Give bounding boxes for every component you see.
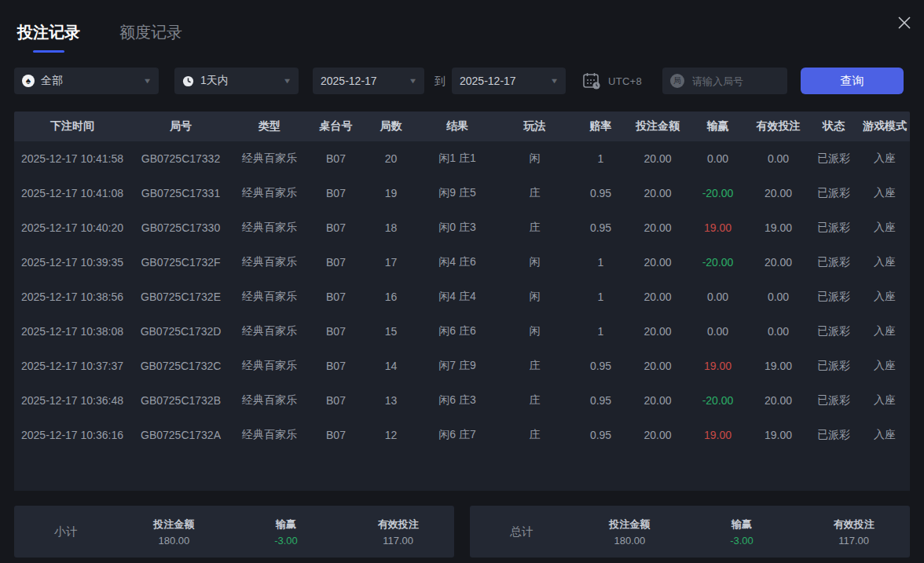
cell-odds: 0.95 xyxy=(573,187,629,199)
cell-amount: 20.00 xyxy=(629,394,687,407)
time-range-value: 1天内 xyxy=(200,74,229,88)
column-header-8: 投注金额 xyxy=(629,119,687,133)
summary-item: 有效投注117.00 xyxy=(342,517,454,547)
cell-odds: 0.95 xyxy=(573,360,629,372)
cell-valid: 19.00 xyxy=(749,429,808,441)
round-number-field[interactable]: 局 xyxy=(662,68,787,94)
cell-odds: 1 xyxy=(573,291,629,303)
table-row[interactable]: 2025-12-17 10:37:37GB0725C1732C经典百家乐B071… xyxy=(14,349,910,383)
cell-odds: 1 xyxy=(573,325,629,338)
close-icon[interactable] xyxy=(893,11,916,35)
cell-result: 闲9 庄5 xyxy=(418,186,497,200)
cell-table_no: B07 xyxy=(308,221,364,234)
column-header-10: 有效投注 xyxy=(749,119,808,133)
date-to-value: 2025-12-17 xyxy=(460,75,516,87)
date-from-select[interactable]: 2025-12-17 ▼ xyxy=(313,68,424,94)
cell-result: 闲6 庄7 xyxy=(418,428,497,442)
cell-table_no: B07 xyxy=(308,429,364,441)
cell-mode: 入座 xyxy=(860,255,910,269)
tab-betting-records[interactable]: 投注记录 xyxy=(17,22,80,53)
cell-valid: 20.00 xyxy=(749,256,808,269)
cell-winloss: 0.00 xyxy=(687,325,749,338)
cell-round: GB0725C1732F xyxy=(130,256,231,269)
table-row[interactable]: 2025-12-17 10:38:08GB0725C1732D经典百家乐B071… xyxy=(14,314,910,349)
cell-mode: 入座 xyxy=(860,152,910,166)
tab-betting-records-label: 投注记录 xyxy=(17,24,80,41)
summary-item-label: 有效投注 xyxy=(342,517,454,532)
cell-table_no: B07 xyxy=(308,187,364,199)
cell-odds: 1 xyxy=(573,152,629,165)
cell-count: 13 xyxy=(364,394,418,407)
game-type-select[interactable]: ♠ 全部 ▼ xyxy=(14,68,159,94)
cell-round: GB0725C1732E xyxy=(130,291,231,303)
table-row[interactable]: 2025-12-17 10:41:08GB0725C17331经典百家乐B071… xyxy=(14,176,910,210)
cell-round: GB0725C1732A xyxy=(130,429,231,441)
table-row[interactable]: 2025-12-17 10:39:35GB0725C1732F经典百家乐B071… xyxy=(14,245,910,280)
cell-status: 已派彩 xyxy=(808,359,860,373)
cell-status: 已派彩 xyxy=(808,186,860,200)
table-header: 下注时间局号类型桌台号局数结果玩法赔率投注金额输赢有效投注状态游戏模式 xyxy=(14,112,910,141)
table-row[interactable]: 2025-12-17 10:41:58GB0725C17332经典百家乐B072… xyxy=(14,141,910,176)
game-type-value: 全部 xyxy=(41,74,63,88)
round-number-input[interactable] xyxy=(691,75,779,88)
summary-item: 投注金额180.00 xyxy=(118,517,230,547)
cell-valid: 0.00 xyxy=(749,152,808,165)
cell-count: 16 xyxy=(364,291,418,303)
summary-item-value: 180.00 xyxy=(118,535,230,547)
column-header-0: 下注时间 xyxy=(14,119,130,133)
cell-table_no: B07 xyxy=(308,256,364,269)
cell-round: GB0725C1732D xyxy=(130,325,231,338)
table-row[interactable]: 2025-12-17 10:36:48GB0725C1732B经典百家乐B071… xyxy=(14,383,910,418)
cell-table_no: B07 xyxy=(308,291,364,303)
cell-amount: 20.00 xyxy=(629,360,687,372)
summary-item-value: 117.00 xyxy=(798,535,910,547)
summary-item-label: 投注金额 xyxy=(118,517,230,532)
cell-mode: 入座 xyxy=(860,428,910,442)
cell-play: 闲 xyxy=(497,290,573,304)
cell-table_no: B07 xyxy=(308,325,364,338)
cell-valid: 20.00 xyxy=(749,187,808,199)
summary-item: 输赢-3.00 xyxy=(686,517,798,547)
cell-odds: 1 xyxy=(573,256,629,269)
summary-item-label: 投注金额 xyxy=(574,517,686,532)
time-range-select[interactable]: 1天内 ▼ xyxy=(174,68,299,94)
date-to-select[interactable]: 2025-12-17 ▼ xyxy=(452,68,566,94)
table-row[interactable]: 2025-12-17 10:40:20GB0725C17330经典百家乐B071… xyxy=(14,210,910,245)
table-row[interactable]: 2025-12-17 10:38:56GB0725C1732E经典百家乐B071… xyxy=(14,280,910,314)
cell-type: 经典百家乐 xyxy=(231,393,308,408)
summary-item-label: 输赢 xyxy=(230,517,343,532)
cell-time: 2025-12-17 10:36:48 xyxy=(14,394,130,407)
cell-type: 经典百家乐 xyxy=(231,152,308,166)
cell-type: 经典百家乐 xyxy=(231,186,308,200)
summary-item: 有效投注117.00 xyxy=(798,517,910,547)
cell-count: 20 xyxy=(364,152,418,165)
cell-play: 闲 xyxy=(497,324,573,338)
cell-amount: 20.00 xyxy=(629,152,687,165)
cell-play: 庄 xyxy=(497,359,573,373)
summary-item: 投注金额180.00 xyxy=(574,517,686,547)
cell-type: 经典百家乐 xyxy=(231,290,308,304)
cell-status: 已派彩 xyxy=(808,393,860,408)
column-header-2: 类型 xyxy=(231,119,308,133)
cell-amount: 20.00 xyxy=(629,256,687,269)
summary-item-value: -3.00 xyxy=(686,535,798,547)
table-row[interactable]: 2025-12-17 10:36:16GB0725C1732A经典百家乐B071… xyxy=(14,418,910,452)
cell-time: 2025-12-17 10:37:37 xyxy=(14,360,130,372)
column-header-6: 玩法 xyxy=(497,119,573,133)
cell-winloss: -20.00 xyxy=(687,256,749,269)
date-from-value: 2025-12-17 xyxy=(321,75,377,87)
cell-time: 2025-12-17 10:38:08 xyxy=(14,325,130,338)
cell-odds: 0.95 xyxy=(573,429,629,441)
cell-mode: 入座 xyxy=(860,186,910,200)
tab-quota-records[interactable]: 额度记录 xyxy=(119,22,182,53)
total-bar: 总计 投注金额180.00输赢-3.00有效投注117.00 xyxy=(470,506,910,558)
summary-item-value: 117.00 xyxy=(342,535,454,547)
summary-item-value: 180.00 xyxy=(574,535,686,547)
table-body: 2025-12-17 10:41:58GB0725C17332经典百家乐B072… xyxy=(14,141,910,491)
cell-odds: 0.95 xyxy=(573,394,629,407)
column-header-11: 状态 xyxy=(808,119,860,133)
total-label: 总计 xyxy=(470,525,574,539)
cell-time: 2025-12-17 10:38:56 xyxy=(14,291,130,303)
query-button[interactable]: 查询 xyxy=(801,68,904,94)
cell-result: 闲7 庄9 xyxy=(418,359,497,373)
